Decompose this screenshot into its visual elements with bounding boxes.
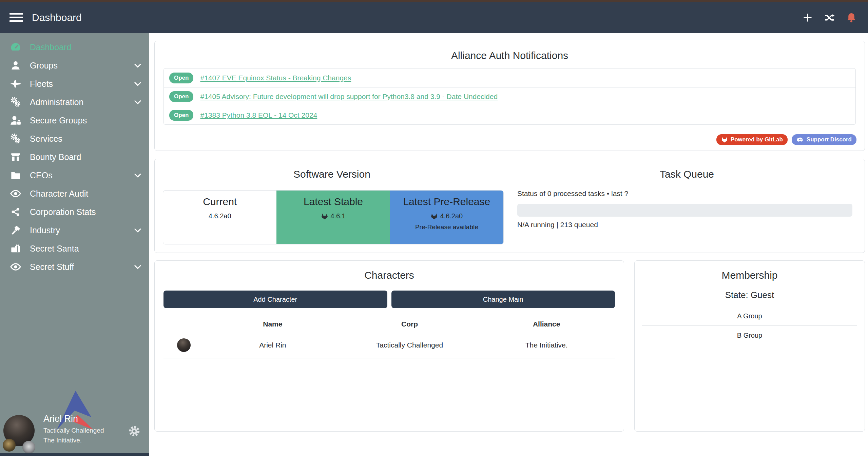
- sidebar-footer-strip: [0, 453, 149, 456]
- sidebar-item-character-audit[interactable]: Character Audit: [0, 184, 149, 203]
- sidebar-item-secret-santa[interactable]: Secret Santa: [0, 239, 149, 258]
- powered-by-gitlab-badge[interactable]: Powered by GitLab: [716, 134, 788, 145]
- discord-icon: [796, 136, 804, 143]
- gears-icon: [9, 96, 22, 108]
- group-list-item: B Group: [642, 326, 857, 345]
- notifications-bell-icon[interactable]: [846, 12, 857, 23]
- user-alliance: The Initiative.: [43, 437, 104, 444]
- notifications-list: Open #1407 EVE Equinox Status - Breaking…: [163, 68, 856, 125]
- character-alliance: The Initiative.: [478, 341, 615, 349]
- top-navbar: Dashboard: [0, 2, 868, 33]
- chevron-down-icon: [133, 262, 142, 272]
- software-version-card: Software Version Current 4.6.2a0 Latest …: [154, 159, 865, 253]
- dashboard-gauge-icon: [9, 41, 22, 53]
- store-icon: [9, 152, 22, 162]
- sidebar-user-panel: Ariel Rin Tactically Challenged The Init…: [0, 410, 149, 453]
- eye-icon: [9, 188, 22, 199]
- hammer-icon: [9, 225, 22, 236]
- support-discord-badge[interactable]: Support Discord: [792, 134, 856, 145]
- fighter-jet-icon: [9, 78, 22, 90]
- hamburger-menu-icon[interactable]: [9, 11, 23, 24]
- characters-title: Characters: [155, 270, 624, 281]
- gitlab-tanuki-icon: [321, 213, 328, 220]
- change-main-button[interactable]: Change Main: [391, 291, 615, 308]
- group-list-item: A Group: [642, 306, 857, 326]
- alliance-auth-notifications-card: Alliance Auth Notifications Open #1407 E…: [154, 41, 865, 151]
- characters-card: Characters Add Character Change Main Nam…: [154, 260, 624, 432]
- membership-title: Membership: [635, 270, 865, 281]
- sidebar: Dashboard Groups Fleets Administration S…: [0, 33, 149, 456]
- characters-table-header: Name Corp Alliance: [163, 316, 615, 332]
- task-queue-title: Task Queue: [509, 168, 865, 180]
- character-corp: Tactically Challenged: [341, 341, 478, 349]
- add-icon[interactable]: [802, 12, 813, 23]
- version-latest-prerelease: Latest Pre-Release 4.6.2a0 Pre-Release a…: [390, 191, 503, 244]
- sidebar-item-ceos[interactable]: CEOs: [0, 166, 149, 184]
- alliance-logo-badge: [22, 441, 35, 454]
- character-name: Ariel Rin: [204, 341, 341, 349]
- sidebar-item-secret-stuff[interactable]: Secret Stuff: [0, 258, 149, 276]
- characters-table: Name Corp Alliance Ariel Rin Tactically …: [163, 316, 615, 358]
- version-current: Current 4.6.2a0: [163, 191, 276, 244]
- software-version-section: Software Version Current 4.6.2a0 Latest …: [155, 159, 509, 253]
- chevron-down-icon: [133, 97, 142, 107]
- sidebar-item-fleets[interactable]: Fleets: [0, 75, 149, 93]
- sidebar-item-bounty-board[interactable]: Bounty Board: [0, 148, 149, 166]
- page-title: Dashboard: [32, 12, 82, 23]
- gears-icon: [9, 133, 22, 144]
- add-character-button[interactable]: Add Character: [163, 291, 387, 308]
- eye-icon: [9, 261, 22, 273]
- version-box: Current 4.6.2a0 Latest Stable 4.6.1 Late…: [163, 190, 504, 244]
- task-queue-progressbar: [517, 204, 852, 217]
- user-name: Ariel Rin: [43, 414, 104, 424]
- status-badge: Open: [169, 73, 193, 83]
- task-queue-status: Status of 0 processed tasks • last ?: [517, 190, 628, 198]
- folder-icon: [9, 170, 22, 181]
- notifications-title: Alliance Auth Notifications: [155, 50, 865, 61]
- main-content: Alliance Auth Notifications Open #1407 E…: [149, 33, 868, 456]
- sidebar-item-administration[interactable]: Administration: [0, 93, 149, 111]
- chevron-down-icon: [133, 79, 142, 88]
- gitlab-tanuki-icon: [721, 137, 728, 143]
- share-icon: [9, 207, 22, 217]
- notification-link[interactable]: #1407 EVE Equinox Status - Breaking Chan…: [200, 74, 351, 82]
- sidebar-item-industry[interactable]: Industry: [0, 221, 149, 239]
- membership-card: Membership State: Guest A Group B Group: [634, 260, 865, 432]
- user-settings-gear-icon[interactable]: [128, 425, 140, 437]
- sidebar-item-corporation-stats[interactable]: Corporation Stats: [0, 203, 149, 221]
- chevron-down-icon: [133, 61, 142, 70]
- notification-row[interactable]: Open #1383 Python 3.8 EOL - 14 Oct 2024: [164, 106, 855, 124]
- prerelease-note: Pre-Release available: [390, 223, 503, 231]
- status-badge: Open: [169, 110, 193, 121]
- membership-group-list: A Group B Group: [642, 306, 857, 345]
- version-latest-stable: Latest Stable 4.6.1: [276, 191, 390, 244]
- chevron-down-icon: [133, 225, 142, 235]
- sidebar-item-dashboard[interactable]: Dashboard: [0, 38, 149, 56]
- chevron-down-icon: [133, 171, 142, 180]
- membership-state: State: Guest: [635, 290, 865, 300]
- notification-row[interactable]: Open #1407 EVE Equinox Status - Breaking…: [164, 68, 855, 87]
- notification-row[interactable]: Open #1405 Advisory: Future development …: [164, 87, 855, 106]
- gifts-icon: [9, 243, 22, 254]
- software-version-title: Software Version: [155, 168, 509, 180]
- sidebar-item-groups[interactable]: Groups: [0, 56, 149, 75]
- sidebar-item-secure-groups[interactable]: Secure Groups: [0, 111, 149, 130]
- character-row: Ariel Rin Tactically Challenged The Init…: [163, 332, 615, 358]
- corp-logo-badge: [3, 439, 16, 452]
- notification-link[interactable]: #1405 Advisory: Future development will …: [200, 93, 498, 101]
- status-badge: Open: [169, 91, 193, 102]
- notification-link[interactable]: #1383 Python 3.8 EOL - 14 Oct 2024: [200, 111, 317, 119]
- user-lock-icon: [9, 115, 22, 126]
- user-avatar: [3, 415, 37, 449]
- task-queue-counts: N/A running | 213 queued: [517, 221, 598, 229]
- gitlab-tanuki-icon: [430, 213, 438, 220]
- user-icon: [9, 60, 22, 71]
- task-queue-section: Task Queue Status of 0 processed tasks •…: [509, 159, 865, 253]
- sidebar-item-services[interactable]: Services: [0, 130, 149, 148]
- user-corp: Tactically Challenged: [43, 427, 104, 434]
- character-avatar: [177, 338, 191, 352]
- shuffle-icon[interactable]: [823, 12, 835, 23]
